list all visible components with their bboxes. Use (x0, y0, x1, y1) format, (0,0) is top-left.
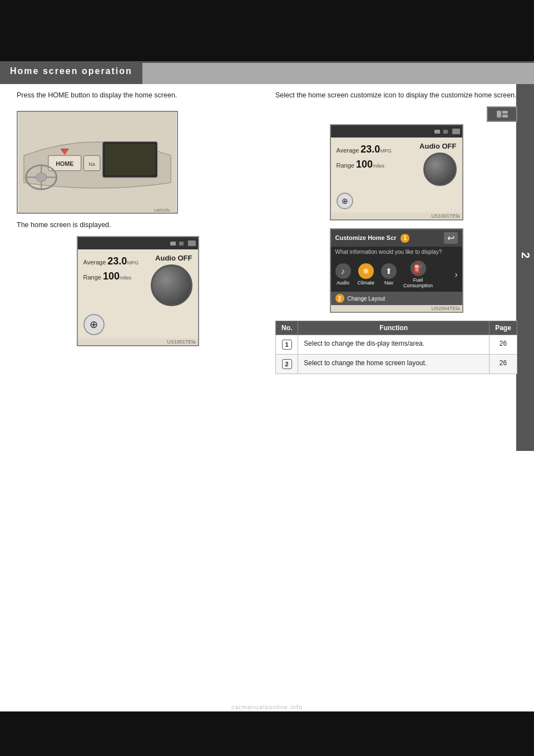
left-paragraph-2: The home screen is displayed. (17, 219, 259, 230)
table-cell-no: 2 (276, 355, 298, 374)
right1-audio-area: Audio OFF (419, 142, 456, 186)
screen-top-bar-left (78, 237, 198, 249)
r1-range-stat: Range 100miles (337, 157, 392, 172)
audio-off-label: Audio OFF (151, 254, 192, 262)
audio-icon-label: Audio (335, 280, 351, 286)
two-col-layout: Press the HOME button to display the hom… (17, 90, 517, 374)
svg-text:LA012N: LA012N (154, 208, 170, 213)
car-diagram: HOME Na LA012N (17, 111, 178, 214)
bottom-black-bar (0, 711, 534, 756)
range-label: Range (83, 274, 101, 281)
badge-1: 1 (400, 234, 409, 243)
svg-rect-15 (497, 111, 501, 117)
audio-icon-circle: ♪ (335, 263, 351, 279)
right-screen1-wrapper: Average 23.0MPG Range 100miles Audio OFF (275, 106, 517, 220)
average-unit: MPG (127, 260, 139, 266)
info-table: No. Function Page 1Select to change the … (275, 321, 517, 374)
compass-icon: ⊕ (83, 314, 105, 335)
svg-text:HOME: HOME (56, 160, 73, 167)
row-number-badge: 1 (282, 340, 292, 350)
content-area: Press the HOME button to display the hom… (0, 90, 534, 391)
range-stat: Range 100miles (83, 269, 139, 284)
nav-icon-item[interactable]: ⬆ Nav (381, 263, 397, 286)
climate-icon-label: Climate (358, 280, 375, 286)
r1-average-value: 23.0 (360, 144, 380, 155)
customize-header: Customize Home Scr 1 ↩ (331, 229, 462, 247)
r1-compass-row: ⊕ (337, 188, 457, 209)
image-code-right1: US1001TEla (331, 213, 462, 219)
table-header-page: Page (490, 321, 517, 335)
range-unit: miles (120, 275, 131, 281)
right-screen2-image: Customize Home Scr 1 ↩ What information … (330, 228, 463, 313)
r1-audio-label: Audio OFF (419, 142, 456, 150)
customize-icons-row: ♪ Audio ❄ Climate ⬆ Nav (331, 257, 462, 292)
average-label: Average (83, 259, 106, 266)
customize-title: Customize Home Scr (335, 234, 397, 241)
table-cell-page: 26 (490, 335, 517, 355)
table-row: 1Select to change the dis-play items/are… (276, 335, 517, 355)
table-cell-function: Select to change the dis-play items/area… (298, 335, 490, 355)
top-black-bar (0, 0, 534, 61)
climate-icon-item[interactable]: ❄ Climate (358, 263, 375, 286)
left-column: Press the HOME button to display the hom… (17, 90, 259, 374)
left-stats: Average 23.0MPG Range 100miles (83, 254, 139, 284)
average-value: 23.0 (107, 256, 127, 267)
right-paragraph-1: Select the home screen customize icon to… (275, 90, 517, 101)
table-cell-function: Select to change the home screen layout. (298, 355, 490, 374)
title-row: Home screen operation (0, 63, 534, 84)
average-stat: Average 23.0MPG (83, 254, 139, 269)
table-row: 2Select to change the home screen layout… (276, 355, 517, 374)
range-value: 100 (103, 271, 120, 282)
left-screen-wrapper: Average 23.0MPG Range 100miles Audio OFF (17, 236, 259, 346)
audio-icon-item[interactable]: ♪ Audio (335, 263, 351, 286)
screen-content-right1: Average 23.0MPG Range 100miles Audio OFF (331, 138, 462, 213)
image-code-left: US1001TEla (78, 338, 198, 345)
right-screen2-wrapper: Customize Home Scr 1 ↩ What information … (275, 228, 517, 313)
r1-range-unit: miles (373, 163, 384, 169)
change-layout-bar[interactable]: 2 Change Layout (331, 292, 462, 305)
customize-icon-strip (275, 106, 517, 122)
r1-range-label: Range (337, 162, 354, 169)
customize-icon-button[interactable] (487, 106, 517, 122)
table-header-function: Function (298, 321, 490, 335)
screen-label-row: Average 23.0MPG Range 100miles Audio OFF (83, 254, 192, 306)
r1-average-label: Average (337, 147, 359, 154)
r1-range-value: 100 (356, 159, 373, 170)
right-title-box (142, 63, 534, 84)
customize-icon-svg (497, 110, 508, 118)
change-layout-label: Change Layout (348, 296, 385, 302)
nav-icon-circle: ⬆ (381, 263, 397, 279)
image-code-right2: US2004TEla (331, 305, 462, 312)
section-title: Home screen operation (0, 63, 142, 84)
customize-title-area: Customize Home Scr 1 (335, 233, 410, 243)
knob-icon (151, 264, 192, 306)
r1-average-unit: MPG (380, 148, 392, 154)
right-screen1-image: Average 23.0MPG Range 100miles Audio OFF (330, 124, 463, 220)
r1-compass-icon: ⊕ (337, 193, 353, 209)
right-column: Select the home screen customize icon to… (275, 90, 517, 374)
table-cell-page: 26 (490, 355, 517, 374)
row-number-badge: 2 (282, 359, 292, 369)
table-header-no: No. (276, 321, 298, 335)
badge-2: 2 (335, 294, 344, 303)
fuel-icon-label: Fuel Consumption (403, 277, 433, 288)
r1-average-stat: Average 23.0MPG (337, 142, 392, 157)
fuel-icon-circle: ⛽ (411, 261, 426, 276)
left-screen-image: Average 23.0MPG Range 100miles Audio OFF (77, 236, 199, 346)
fuel-icon-item[interactable]: ⛽ Fuel Consumption (403, 261, 433, 288)
chevron-right-icon[interactable]: › (455, 270, 458, 279)
back-button[interactable]: ↩ (444, 232, 458, 244)
r1-knob-icon (423, 153, 457, 186)
svg-rect-2 (105, 144, 156, 176)
watermark: carmanualsonline.info (0, 704, 534, 710)
right1-stats: Average 23.0MPG Range 100miles (337, 142, 392, 172)
customize-question: What information would you like to displ… (331, 247, 462, 257)
svg-point-10 (36, 173, 47, 182)
screen-top-bar-right1 (331, 125, 462, 138)
screen-label-row-right: Average 23.0MPG Range 100miles Audio OFF (337, 142, 457, 186)
nav-icon-label: Nav (381, 280, 397, 286)
customize-screen: Customize Home Scr 1 ↩ What information … (331, 229, 462, 305)
climate-icon-circle: ❄ (358, 263, 374, 279)
svg-rect-16 (502, 111, 508, 114)
table-cell-no: 1 (276, 335, 298, 355)
